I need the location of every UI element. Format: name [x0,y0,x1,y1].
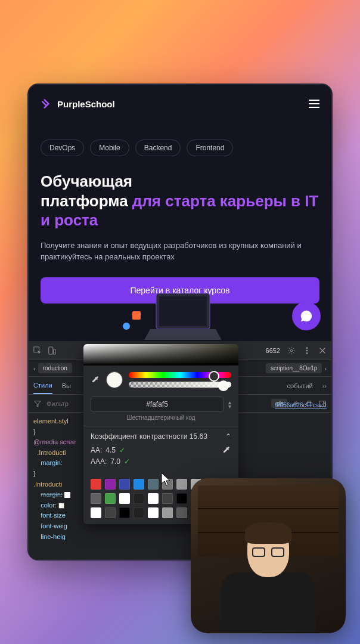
tab-styles[interactable]: Стили [33,377,52,394]
color-swatch[interactable] [91,507,101,518]
inspect-icon[interactable] [33,346,42,355]
hero-subtitle: Получите знания и опыт ведущих разработч… [41,240,319,263]
color-swatch[interactable] [162,493,173,504]
device-icon[interactable] [48,346,56,355]
tag-devops[interactable]: DevOps [41,140,84,156]
color-swatch[interactable] [119,479,130,490]
hero-title: Обучающая платформа для старта карьеры в… [41,172,319,230]
color-swatch[interactable] [134,479,144,490]
color-swatch[interactable] [176,507,187,518]
webcam-overlay [191,478,346,633]
svg-point-9 [306,349,308,351]
contrast-label: Коэффициент контрастности 15.63 [91,432,207,441]
color-swatch[interactable] [105,507,116,518]
chat-icon [300,309,313,323]
tab-computed[interactable]: Вы [62,378,71,394]
check-icon: ✓ [124,457,130,466]
color-swatch[interactable] [105,479,116,490]
svg-point-3 [123,323,130,330]
color-swatch[interactable] [148,493,159,504]
hex-format-label: Шестнадцатеричный код [83,414,238,421]
website-viewport: PurpleSchool DevOps Mobile Backend Front… [29,85,331,341]
check-icon: ✓ [119,446,125,454]
close-icon[interactable] [318,346,327,355]
saturation-field[interactable] [83,344,238,366]
svg-point-10 [306,352,308,354]
brand-logo[interactable]: PurpleSchool [41,98,115,110]
breadcrumb-item[interactable]: roduction [38,363,72,373]
breadcrumb-item[interactable]: scription__8Oe1p [266,363,322,373]
color-swatch[interactable] [148,479,159,490]
tag-mobile[interactable]: Mobile [90,140,129,156]
svg-rect-1 [159,296,207,326]
aaa-rating: AAA: 7.0 ✓ [91,457,231,466]
tab-more[interactable]: ›› [322,378,327,394]
chat-button[interactable] [292,302,321,330]
svg-rect-6 [54,349,56,354]
svg-rect-2 [132,311,141,320]
logo-icon [41,98,52,110]
tag-backend[interactable]: Backend [135,140,181,156]
eyedropper-icon[interactable] [91,375,100,385]
color-swatch[interactable] [176,493,187,504]
tag-frontend[interactable]: Frontend [187,140,233,156]
color-swatch[interactable] [91,493,101,504]
eyedropper-icon[interactable] [222,445,231,455]
color-swatch[interactable] [148,507,159,518]
kebab-icon[interactable] [303,346,311,355]
chevron-up-icon[interactable]: ⌃ [225,432,231,441]
hue-slider[interactable] [129,372,231,378]
color-preview [106,371,123,388]
color-swatch[interactable] [176,479,187,490]
source-link[interactable]: 9f056a626c1f.css:1 [275,402,327,408]
category-tags: DevOps Mobile Backend Frontend [41,140,319,156]
color-swatch[interactable] [162,479,173,490]
toolbar-counter: 6652 [266,347,280,354]
color-swatch[interactable] [134,507,144,518]
color-swatch[interactable] [105,493,116,504]
color-swatch[interactable] [119,493,130,504]
gear-icon[interactable] [287,346,296,355]
tab-events[interactable]: событий [287,378,312,394]
alpha-slider[interactable] [129,382,231,388]
filter-icon[interactable] [33,400,42,408]
menu-button[interactable] [309,100,319,108]
laptop-illustration [120,287,240,341]
svg-rect-5 [49,346,53,354]
color-swatch[interactable] [91,479,101,490]
brand-name: PurpleSchool [57,99,115,109]
color-swatch[interactable] [162,507,173,518]
color-swatch[interactable] [134,493,144,504]
svg-point-8 [306,347,308,349]
aa-rating: AA: 4.5 ✓ [91,445,231,455]
hex-input[interactable] [91,397,224,412]
color-swatch[interactable] [119,507,130,518]
svg-point-7 [290,349,293,352]
format-stepper[interactable]: ▴▾ [228,400,231,408]
